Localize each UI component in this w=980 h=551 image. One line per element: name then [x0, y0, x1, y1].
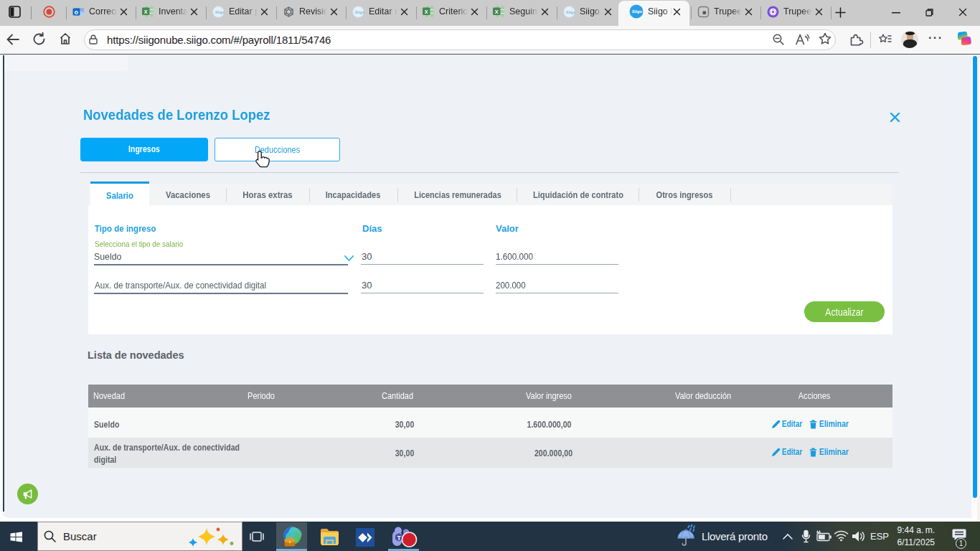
svg-text:x: x	[144, 8, 148, 15]
svg-text:T: T	[397, 534, 402, 542]
svg-text:x: x	[495, 8, 499, 15]
svg-text:Siigo: Siigo	[632, 9, 643, 14]
svg-text:o: o	[75, 9, 79, 16]
svg-text:Siigo: Siigo	[354, 10, 364, 14]
svg-text:x: x	[425, 8, 428, 15]
svg-text:Siigo: Siigo	[215, 10, 225, 14]
svg-text:Siigo: Siigo	[565, 10, 575, 14]
